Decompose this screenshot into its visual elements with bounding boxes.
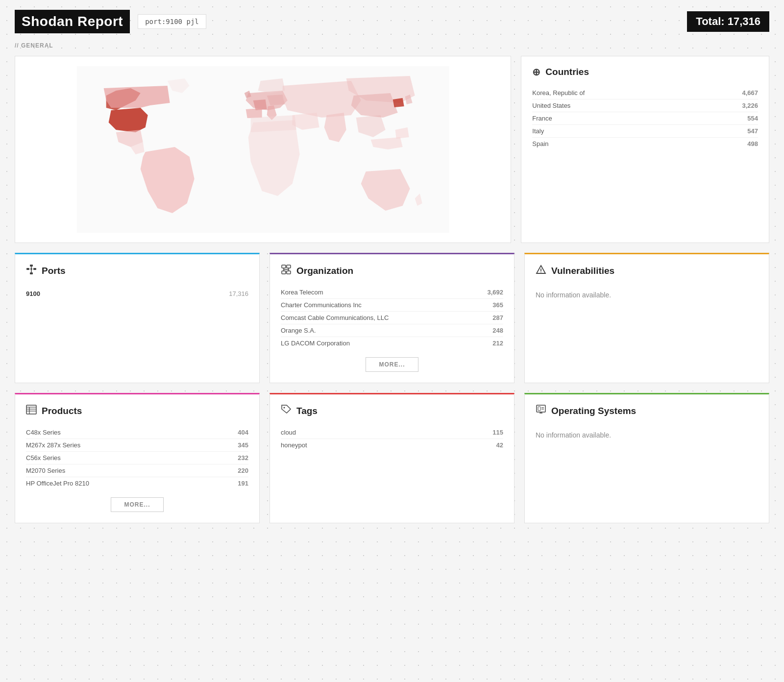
- list-item: France554: [532, 112, 758, 125]
- org-count: 248: [492, 327, 503, 334]
- list-item: Charter Communications Inc365: [281, 299, 503, 312]
- org-name: Korea Telecom: [281, 289, 323, 296]
- products-title: Products: [26, 404, 248, 417]
- list-item: HP OfficeJet Pro 8210191: [26, 477, 248, 489]
- product-name: M2070 Series: [26, 467, 65, 474]
- list-item: cloud115: [281, 426, 503, 439]
- org-count: 365: [492, 301, 503, 309]
- product-count: 404: [238, 429, 248, 436]
- vulnerabilities-card: Vulnerabilities No information available…: [524, 253, 769, 383]
- org-more-button[interactable]: MORE...: [366, 357, 418, 372]
- product-count: 232: [238, 454, 248, 462]
- country-name: France: [532, 115, 552, 122]
- product-name: C48x Series: [26, 429, 61, 436]
- list-item: Comcast Cable Communications, LLC287: [281, 312, 503, 324]
- port-count: 17,316: [229, 290, 248, 297]
- org-title: Organization: [281, 264, 503, 277]
- countries-card: ⊕ Countries Korea, Republic of4,667Unite…: [521, 56, 769, 243]
- product-name: M267x 287x Series: [26, 441, 80, 449]
- tag-count: 42: [496, 441, 503, 449]
- svg-rect-12: [282, 271, 286, 274]
- vuln-title: Vulnerabilities: [536, 264, 758, 277]
- svg-point-18: [540, 272, 541, 273]
- svg-rect-13: [287, 271, 291, 274]
- products-icon: [26, 404, 37, 417]
- products-list: C48x Series404M267x 287x Series345C56x S…: [26, 426, 248, 489]
- page-header: Shodan Report port:9100 pjl Total: 17,31…: [15, 10, 769, 33]
- org-name: LG DACOM Corporation: [281, 340, 350, 347]
- os-icon: [536, 404, 546, 417]
- country-name: Spain: [532, 140, 548, 147]
- tags-card: Tags cloud115honeypot42: [270, 393, 514, 523]
- list-item: C56x Series232: [26, 452, 248, 464]
- header-left: Shodan Report port:9100 pjl: [15, 10, 206, 33]
- svg-point-9: [30, 268, 32, 270]
- ports-list: 910017,316: [26, 286, 248, 301]
- product-name: HP OfficeJet Pro 8210: [26, 480, 89, 487]
- list-item: Korea, Republic of4,667: [532, 87, 758, 99]
- country-count: 554: [747, 115, 758, 122]
- svg-rect-4: [30, 272, 33, 274]
- globe-icon: ⊕: [532, 66, 540, 78]
- list-item: 910017,316: [26, 286, 248, 301]
- product-count: 220: [238, 467, 248, 474]
- list-item: C48x Series404: [26, 426, 248, 439]
- tag-count: 115: [492, 429, 503, 436]
- os-no-info: No information available.: [536, 426, 758, 444]
- world-map: [26, 66, 500, 233]
- tags-icon: [281, 404, 292, 417]
- os-title: Operating Systems: [536, 404, 758, 417]
- org-name: Charter Communications Inc: [281, 301, 362, 309]
- org-count: 287: [492, 314, 503, 321]
- svg-point-24: [284, 407, 285, 409]
- list-item: Italy547: [532, 125, 758, 138]
- total-count: Total: 17,316: [687, 11, 769, 32]
- tag-name: honeypot: [281, 441, 307, 449]
- country-name: United States: [532, 102, 570, 109]
- search-query: port:9100 pjl: [138, 14, 206, 29]
- country-count: 498: [747, 140, 758, 147]
- list-item: M2070 Series220: [26, 464, 248, 477]
- organization-card: Organization Korea Telecom3,692Charter C…: [270, 253, 514, 383]
- products-card: Products C48x Series404M267x 287x Series…: [15, 393, 260, 523]
- port-number: 9100: [26, 290, 40, 297]
- svg-rect-10: [282, 265, 286, 268]
- org-icon: [281, 264, 292, 277]
- list-item: Orange S.A.248: [281, 324, 503, 337]
- list-item: M267x 287x Series345: [26, 439, 248, 452]
- countries-title: ⊕ Countries: [532, 66, 758, 78]
- map-svg: [26, 66, 500, 233]
- org-name: Orange S.A.: [281, 327, 316, 334]
- org-list: Korea Telecom3,692Charter Communications…: [281, 286, 503, 349]
- list-item: LG DACOM Corporation212: [281, 337, 503, 349]
- map-card: [15, 56, 511, 243]
- tag-name: cloud: [281, 429, 296, 436]
- vuln-no-info: No information available.: [536, 286, 758, 304]
- country-count: 547: [747, 127, 758, 135]
- list-item: honeypot42: [281, 439, 503, 451]
- country-name: Italy: [532, 127, 544, 135]
- ports-card: Ports 910017,316: [15, 253, 260, 383]
- country-count: 3,226: [742, 102, 758, 109]
- product-count: 345: [238, 441, 248, 449]
- svg-rect-26: [538, 407, 540, 411]
- svg-rect-11: [287, 265, 291, 268]
- country-count: 4,667: [742, 89, 758, 97]
- ports-title: Ports: [26, 264, 248, 277]
- org-count: 3,692: [487, 289, 503, 296]
- product-count: 191: [238, 480, 248, 487]
- svg-rect-1: [30, 265, 33, 267]
- tags-title: Tags: [281, 404, 503, 417]
- svg-rect-19: [26, 405, 36, 414]
- product-name: C56x Series: [26, 454, 61, 462]
- countries-list: Korea, Republic of4,667United States3,22…: [532, 87, 758, 150]
- page-title: Shodan Report: [15, 10, 130, 33]
- list-item: Korea Telecom3,692: [281, 286, 503, 299]
- list-item: Spain498: [532, 138, 758, 150]
- ports-icon: [26, 264, 37, 277]
- os-card: Operating Systems No information availab…: [524, 393, 769, 523]
- org-count: 212: [492, 340, 503, 347]
- org-name: Comcast Cable Communications, LLC: [281, 314, 389, 321]
- products-more-button[interactable]: MORE...: [111, 497, 163, 512]
- country-name: Korea, Republic of: [532, 89, 585, 97]
